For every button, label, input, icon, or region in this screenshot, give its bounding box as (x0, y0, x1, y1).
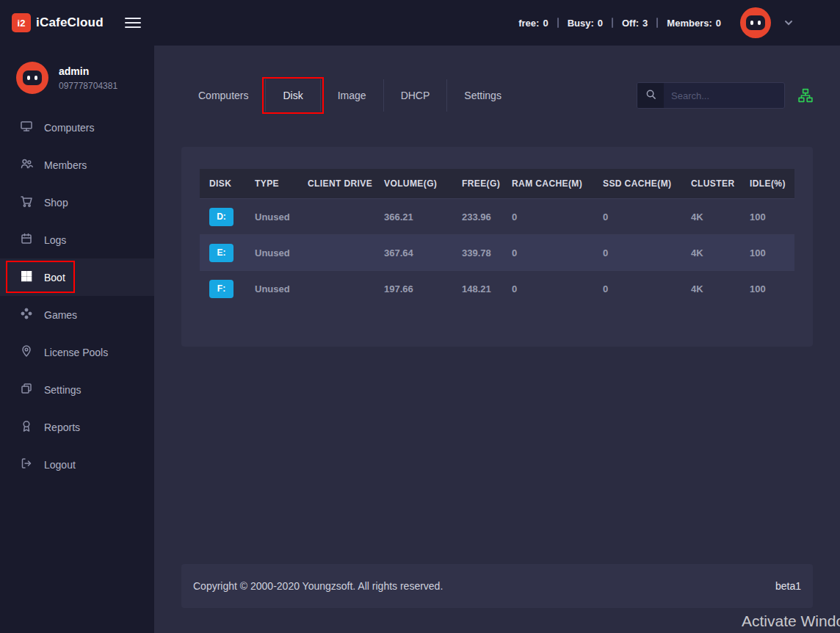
disk-table-card: DISK TYPE CLIENT DRIVE VOLUME(G) FREE(G)… (181, 147, 813, 347)
search-icon (645, 89, 656, 103)
layers-icon (20, 382, 33, 397)
column-header: CLUSTER (681, 178, 740, 189)
sidebar-item-label: Computers (44, 122, 94, 134)
sidebar-nav: Computers Members Shop Logs Boot Games L… (0, 109, 154, 483)
tabs-row: Computers Disk Image DHCP Settings (181, 79, 813, 112)
sidebar-item-computers[interactable]: Computers (0, 109, 154, 146)
sidebar-item-label: Logs (44, 234, 66, 246)
profile-name: admin (59, 65, 117, 77)
table-row[interactable]: F: Unused 197.66 148.21 0 0 4K 100 (200, 270, 794, 306)
brand-name: iCafeCloud (36, 15, 104, 30)
cell-type: Unused (245, 211, 298, 223)
search-input[interactable] (664, 83, 785, 108)
sidebar-item-settings[interactable]: Settings (0, 371, 154, 408)
avatar-robot-face (23, 70, 42, 85)
table-header-row: DISK TYPE CLIENT DRIVE VOLUME(G) FREE(G)… (200, 169, 794, 198)
column-header: IDLE(%) (740, 178, 794, 189)
logout-icon (20, 457, 33, 472)
activate-windows-watermark: Activate Windo (742, 612, 840, 630)
stat-divider (557, 18, 559, 28)
stat-free-value: 0 (543, 18, 548, 29)
cell-ram-cache: 0 (502, 247, 593, 258)
sidebar-item-reports[interactable]: Reports (0, 408, 154, 446)
sidebar-item-members[interactable]: Members (0, 146, 154, 184)
stat-busy-value: 0 (598, 18, 603, 29)
tab-settings[interactable]: Settings (447, 79, 518, 112)
stat-off-value: 3 (642, 18, 648, 29)
cell-type: Unused (245, 283, 298, 294)
cell-type: Unused (245, 247, 298, 258)
cell-free: 233.96 (452, 211, 502, 223)
stat-divider (656, 18, 658, 28)
sidebar-item-boot[interactable]: Boot (0, 258, 154, 296)
cell-idle: 100 (740, 283, 794, 294)
search-area (637, 82, 813, 109)
license-pin-icon (20, 344, 33, 360)
cell-cluster: 4K (681, 211, 740, 223)
gamepad-icon (20, 307, 33, 322)
stat-members-label: Members: (667, 18, 712, 29)
footer: Copyright © 2000-2020 Youngzsoft. All ri… (181, 564, 813, 608)
sidebar-item-label: Logout (44, 459, 76, 471)
people-icon (20, 157, 33, 173)
cell-cluster: 4K (681, 247, 740, 258)
cell-volume: 366.21 (374, 211, 452, 223)
cell-ssd-cache: 0 (593, 283, 681, 294)
cell-ram-cache: 0 (502, 211, 593, 223)
column-header: FREE(G) (452, 178, 502, 189)
brand-logo-icon: i2 (12, 13, 31, 32)
cart-icon (20, 195, 33, 210)
stat-free-label: free: (518, 18, 539, 29)
cell-volume: 367.64 (374, 247, 452, 258)
sidebar-item-license-pools[interactable]: License Pools (0, 333, 154, 371)
cell-ssd-cache: 0 (593, 247, 681, 258)
sidebar-item-games[interactable]: Games (0, 296, 154, 333)
column-header: RAM CACHE(M) (502, 178, 593, 189)
chevron-down-icon[interactable] (784, 18, 793, 27)
topbar: i2 iCafeCloud free:0 Busy:0 Off:3 Member… (0, 0, 840, 46)
cell-free: 148.21 (452, 283, 502, 294)
copyright-text: Copyright © 2000-2020 Youngzsoft. All ri… (193, 580, 443, 592)
hamburger-menu-icon[interactable] (125, 15, 141, 31)
calendar-icon (20, 232, 33, 247)
tab-disk[interactable]: Disk (266, 79, 320, 112)
sidebar-item-shop[interactable]: Shop (0, 184, 154, 221)
table-row[interactable]: E: Unused 367.64 339.78 0 0 4K 100 (200, 234, 794, 270)
hierarchy-icon[interactable] (798, 88, 813, 103)
sidebar-item-label: License Pools (44, 347, 108, 358)
monitor-icon (20, 120, 33, 135)
version-label: beta1 (775, 580, 801, 592)
sidebar-item-label: Shop (44, 197, 68, 209)
avatar-robot-face (746, 15, 765, 30)
sidebar-item-label: Boot (44, 272, 65, 283)
stat-busy-label: Busy: (568, 18, 594, 29)
profile-phone: 097778704381 (59, 81, 117, 91)
cell-cluster: 4K (681, 283, 740, 294)
tab-image[interactable]: Image (321, 79, 384, 112)
tab-computers[interactable]: Computers (181, 79, 266, 112)
cell-ram-cache: 0 (502, 283, 593, 294)
sidebar-item-label: Games (44, 309, 77, 321)
sidebar-item-logout[interactable]: Logout (0, 446, 154, 483)
topbar-right: free:0 Busy:0 Off:3 Members:0 (518, 7, 840, 38)
table-row[interactable]: D: Unused 366.21 233.96 0 0 4K 100 (200, 198, 794, 234)
sidebar-item-logs[interactable]: Logs (0, 221, 154, 258)
cell-idle: 100 (740, 247, 794, 258)
stat-off-label: Off: (622, 18, 639, 29)
search-box (637, 82, 785, 109)
column-header: TYPE (245, 178, 298, 189)
report-badge-icon (20, 419, 33, 435)
user-avatar[interactable] (740, 7, 771, 38)
column-header: CLIENT DRIVE (298, 178, 374, 189)
tab-dhcp[interactable]: DHCP (384, 79, 448, 112)
stat-members-value: 0 (716, 18, 721, 29)
tab-bar: Computers Disk Image DHCP Settings (181, 79, 518, 112)
brand-area: i2 iCafeCloud (0, 0, 154, 46)
stat-divider (612, 18, 613, 28)
search-button[interactable] (637, 83, 664, 108)
profile-avatar (16, 62, 48, 94)
sidebar-item-label: Members (44, 159, 87, 171)
windows-icon (20, 270, 33, 285)
brand-logo[interactable]: i2 iCafeCloud (12, 13, 104, 32)
cell-free: 339.78 (452, 247, 502, 258)
